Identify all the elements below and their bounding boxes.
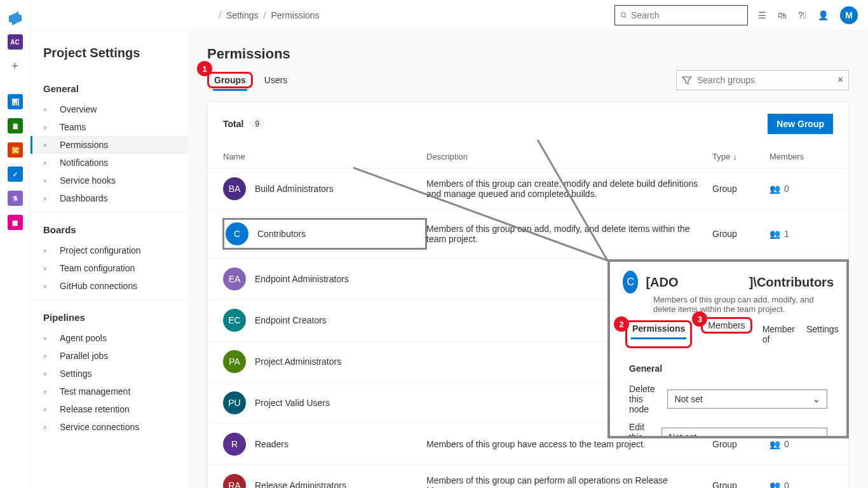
sidebar-item-icon: ▫ — [43, 104, 53, 114]
group-avatar: PA — [223, 350, 246, 373]
side-heading: General — [31, 77, 188, 100]
rail-boards-icon[interactable]: 📊 — [4, 90, 27, 113]
new-group-button[interactable]: New Group — [768, 114, 833, 134]
search-input[interactable] — [631, 10, 742, 20]
group-type: Group — [712, 439, 770, 449]
tab-groups[interactable]: Groups — [213, 71, 247, 91]
sidebar-item-release-retention[interactable]: ▫Release retention — [31, 400, 188, 418]
azure-devops-logo[interactable] — [4, 6, 27, 29]
rail-project-ac[interactable]: AC — [4, 30, 27, 53]
sidebar-item-github-connections[interactable]: ▫GitHub connections — [31, 277, 188, 295]
rail-artifacts-icon[interactable]: ⚗ — [4, 187, 27, 210]
detail-tab-memberof[interactable]: Member of — [761, 320, 796, 348]
chevron-down-icon: ⌄ — [813, 394, 820, 404]
sidebar-item-settings[interactable]: ▫Settings — [31, 365, 188, 383]
permission-row: Edit this nodeNot set⌄ — [629, 418, 827, 438]
sidebar-item-notifications[interactable]: ▫Notifications — [31, 154, 188, 172]
svg-point-0 — [621, 12, 625, 17]
group-name: Project Administrators — [255, 356, 341, 367]
sidebar-item-icon: ▫ — [43, 351, 53, 361]
detail-tab-members-highlight: Members — [701, 317, 752, 334]
rail-extension-icon[interactable]: ▦ — [4, 211, 27, 234]
sidebar-item-label: Settings — [60, 369, 92, 379]
sidebar-item-label: Agent pools — [60, 333, 107, 343]
shopping-bag-icon[interactable]: 🛍 — [778, 10, 787, 20]
sidebar-item-agent-pools[interactable]: ▫Agent pools — [31, 329, 188, 347]
group-avatar: RA — [223, 474, 246, 488]
svg-line-1 — [625, 17, 627, 18]
members-icon: 👥 — [770, 480, 780, 488]
rail-testplans-icon[interactable]: ✓ — [4, 163, 27, 186]
breadcrumb: / Settings / Permissions — [219, 10, 320, 20]
filter-input[interactable] — [697, 75, 832, 85]
help-icon[interactable]: ?⃝ — [798, 10, 806, 20]
sidebar-item-service-connections[interactable]: ▫Service connections — [31, 418, 188, 436]
sidebar-item-overview[interactable]: ▫Overview — [31, 100, 188, 118]
sidebar-item-icon: ▫ — [43, 263, 53, 273]
breadcrumb-settings[interactable]: Settings — [226, 10, 259, 20]
sidebar-item-icon: ▫ — [43, 333, 53, 343]
permission-label: Edit this node — [629, 422, 649, 438]
group-desc: Members of this group can perform all op… — [426, 475, 712, 488]
col-members[interactable]: Members — [770, 152, 833, 161]
global-search[interactable] — [614, 5, 748, 25]
sidebar-item-parallel-jobs[interactable]: ▫Parallel jobs — [31, 347, 188, 365]
sidebar-item-label: Release retention — [60, 404, 130, 414]
sidebar-item-icon: ▫ — [43, 245, 53, 255]
members-icon: 👥 — [770, 439, 780, 449]
members-icon: 👥 — [770, 184, 780, 194]
sidebar-item-label: Service hooks — [60, 175, 116, 186]
side-heading: Boards — [31, 218, 188, 241]
group-type: Group — [712, 480, 770, 488]
sidebar-item-label: Overview — [60, 104, 97, 114]
sidebar-item-icon: ▫ — [43, 122, 53, 132]
sidebar-item-icon: ▫ — [43, 386, 53, 396]
list-icon[interactable]: ☰ — [758, 10, 766, 20]
callout-2: 2 — [614, 316, 629, 332]
sidebar-item-project-configuration[interactable]: ▫Project configuration — [31, 241, 188, 259]
group-avatar: C — [226, 222, 248, 245]
detail-tab-permissions[interactable]: Permissions — [631, 320, 686, 339]
sidebar-item-teams[interactable]: ▫Teams — [31, 118, 188, 136]
permission-select[interactable]: Not set⌄ — [661, 428, 827, 438]
chevron-down-icon: ⌄ — [813, 432, 820, 438]
group-name: Release Administrators — [255, 480, 346, 488]
sidebar-item-permissions[interactable]: ▫Permissions — [31, 136, 188, 154]
detail-tab-members[interactable]: Members — [707, 316, 746, 334]
connector-lines — [353, 140, 633, 280]
sidebar-item-icon: ▫ — [43, 158, 53, 168]
breadcrumb-permissions[interactable]: Permissions — [271, 10, 319, 20]
main-content: Permissions 1 Groups Users × Total 9 New… — [188, 0, 868, 488]
rail-pipelines-icon[interactable]: 🔀 — [4, 139, 27, 161]
group-desc: Members of this group have access to the… — [426, 439, 712, 449]
detail-tab-settings[interactable]: Settings — [805, 320, 840, 348]
group-name: Project Valid Users — [255, 398, 330, 408]
sidebar-item-service-hooks[interactable]: ▫Service hooks — [31, 172, 188, 189]
user-avatar[interactable]: M — [840, 6, 858, 24]
sidebar-item-dashboards[interactable]: ▫Dashboards — [31, 189, 188, 207]
permission-row: Delete this nodeNot set⌄ — [629, 380, 827, 418]
sidebar-item-label: Teams — [60, 122, 86, 132]
group-name: Contributors — [257, 229, 306, 239]
sidebar-item-team-configuration[interactable]: ▫Team configuration — [31, 259, 188, 277]
group-members: 👥 0 — [770, 184, 833, 194]
rail-add[interactable]: + — [4, 55, 27, 78]
rail-repos-icon[interactable]: 📋 — [4, 114, 27, 137]
sidebar-title: Project Settings — [31, 37, 188, 72]
col-type[interactable]: Type ↓ — [712, 152, 770, 161]
tab-users[interactable]: Users — [263, 71, 289, 89]
sidebar-item-label: Test management — [60, 386, 130, 396]
user-settings-icon[interactable]: 👤 — [818, 10, 829, 20]
svg-line-2 — [353, 168, 607, 261]
sidebar-item-icon: ▫ — [43, 175, 53, 186]
table-row[interactable]: RARelease AdministratorsMembers of this … — [208, 465, 848, 488]
perm-section-general: General — [629, 363, 827, 374]
sidebar-item-label: Dashboards — [60, 193, 108, 203]
group-members: 👥 0 — [770, 480, 833, 488]
sidebar-item-label: GitHub connections — [60, 281, 137, 291]
permission-select[interactable]: Not set⌄ — [667, 390, 827, 409]
clear-icon[interactable]: × — [837, 74, 843, 86]
sidebar-item-test-management[interactable]: ▫Test management — [31, 383, 188, 400]
filter-groups[interactable]: × — [676, 70, 849, 90]
tab-groups-highlight: Groups — [207, 72, 253, 88]
